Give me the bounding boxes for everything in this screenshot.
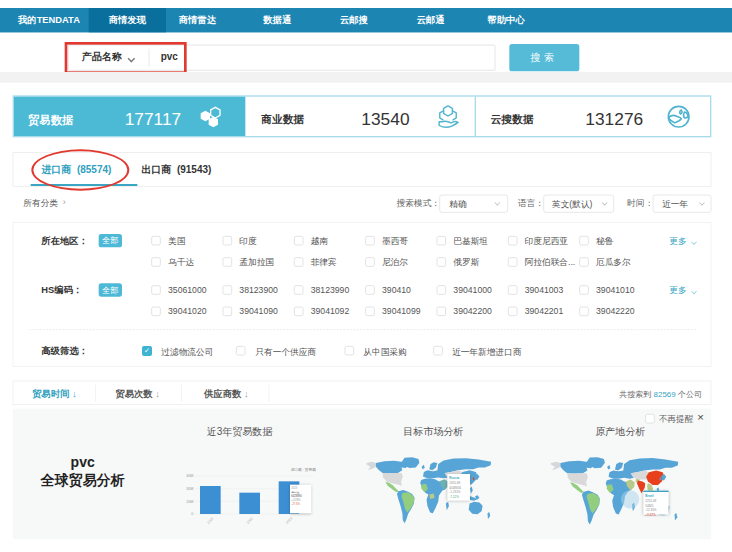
svg-text:2021: 2021 [206, 517, 214, 525]
svg-text:30M: 30M [186, 487, 193, 491]
svg-text:20M: 20M [186, 500, 193, 504]
svg-text:0: 0 [191, 512, 193, 516]
svg-text:2022: 2022 [246, 517, 254, 525]
svg-text:进口额 · 贸易额: 进口额 · 贸易额 [291, 467, 317, 472]
svg-text:2023: 2023 [285, 517, 293, 525]
svg-text:40M: 40M [186, 474, 193, 478]
